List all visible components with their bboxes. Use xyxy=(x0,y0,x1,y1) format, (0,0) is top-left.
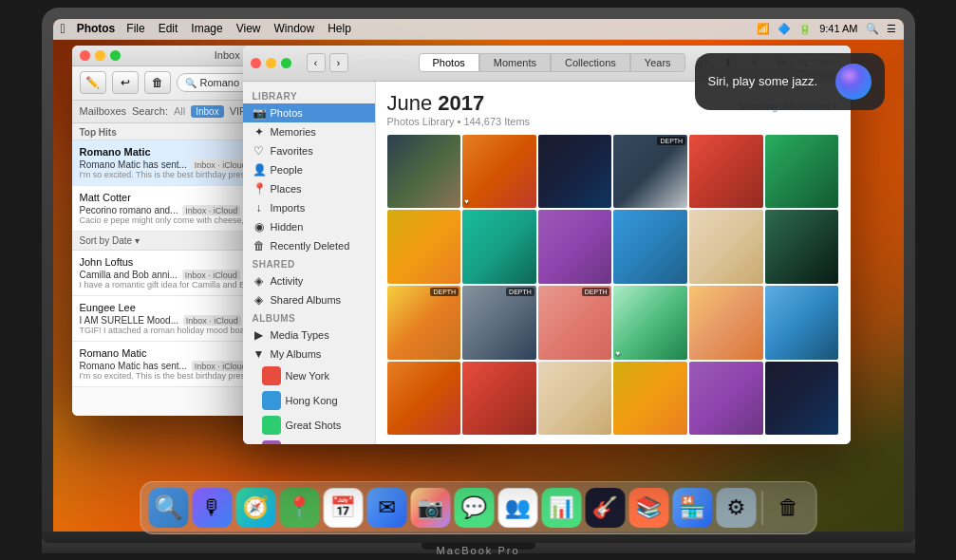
dock-finder[interactable]: 🔍 xyxy=(148,488,188,528)
dock-numbers[interactable]: 📊 xyxy=(541,488,581,528)
maximize-button[interactable] xyxy=(110,50,121,61)
appstore-icon: 🏪 xyxy=(680,495,705,520)
imports-icon: ↓ xyxy=(253,201,266,215)
search-icon[interactable]: 🔍 xyxy=(866,23,879,35)
hidden-icon: ◉ xyxy=(253,220,266,233)
dock-photos[interactable]: 📷 xyxy=(410,488,450,528)
album-dot xyxy=(262,416,281,435)
dock-preferences[interactable]: ⚙ xyxy=(716,488,756,528)
photo-cell[interactable] xyxy=(765,362,839,436)
photo-cell[interactable] xyxy=(689,210,763,284)
photo-cell[interactable]: DEPTH xyxy=(613,135,687,209)
dock-appstore[interactable]: 🏪 xyxy=(672,488,712,528)
photo-cell[interactable]: DEPTH xyxy=(387,286,461,360)
dock-ibooks[interactable]: 📚 xyxy=(628,488,668,528)
chevron-right-icon: ▶ xyxy=(253,328,266,342)
badge: Inbox · iCloud xyxy=(182,205,240,215)
dock-safari[interactable]: 🧭 xyxy=(235,488,275,528)
photo-cell[interactable] xyxy=(689,135,763,209)
tab-moments[interactable]: Moments xyxy=(479,53,551,72)
compose-button[interactable]: ✏️ xyxy=(80,71,106,94)
delete-button[interactable]: 🗑 xyxy=(144,71,171,94)
photo-cell[interactable] xyxy=(387,210,461,284)
minimize-button[interactable] xyxy=(95,50,105,61)
sidebar-item-shared-albums[interactable]: ◈ Shared Albums xyxy=(243,290,375,309)
menu-image[interactable]: Image xyxy=(191,22,222,35)
calendar-icon: 📅 xyxy=(330,495,356,520)
photo-cell[interactable] xyxy=(387,135,461,209)
photo-cell[interactable] xyxy=(613,210,687,284)
sidebar-imports-label: Imports xyxy=(271,202,306,214)
tab-photos[interactable]: Photos xyxy=(419,53,479,72)
dock-messages[interactable]: 💬 xyxy=(454,488,494,528)
sidebar-item-hidden[interactable]: ◉ Hidden xyxy=(243,217,375,236)
photo-cell[interactable] xyxy=(538,135,612,209)
menubar-right: 📶 🔷 🔋 9:41 AM 🔍 ☰ xyxy=(757,23,895,35)
album-dot xyxy=(262,440,281,444)
sidebar-item-favorites[interactable]: ♡ Favorites xyxy=(243,141,375,160)
menu-file[interactable]: File xyxy=(126,22,144,35)
reply-button[interactable]: ↩ xyxy=(112,71,139,94)
dock-calendar[interactable]: 📅 xyxy=(323,488,363,528)
apple-menu[interactable]:  xyxy=(61,21,66,36)
sidebar-item-media-types[interactable]: ▶ Media Types xyxy=(243,326,375,345)
photo-cell[interactable]: ♥ xyxy=(462,135,536,209)
back-button[interactable]: ‹ xyxy=(307,53,326,72)
sidebar-item-new-york[interactable]: New York xyxy=(243,364,375,388)
all-filter[interactable]: All xyxy=(174,105,185,117)
photo-cell[interactable] xyxy=(462,362,536,436)
photo-cell[interactable] xyxy=(462,210,536,284)
sidebar-favorites-label: Favorites xyxy=(271,145,313,157)
dock-maps[interactable]: 📍 xyxy=(279,488,319,528)
photo-cell[interactable] xyxy=(538,362,612,436)
photos-close-button[interactable] xyxy=(251,58,261,68)
sidebar-item-imports[interactable]: ↓ Imports xyxy=(243,198,375,217)
activity-icon: ◈ xyxy=(253,274,266,288)
photo-cell[interactable] xyxy=(689,286,763,360)
photo-cell[interactable] xyxy=(613,362,687,436)
photo-cell[interactable]: DEPTH xyxy=(462,286,536,360)
dock-separator xyxy=(761,491,762,525)
close-button[interactable] xyxy=(80,50,90,61)
sidebar-item-memories[interactable]: ✦ Memories xyxy=(243,122,375,141)
sidebar-item-photos[interactable]: 📷 Photos xyxy=(243,103,375,122)
inbox-filter[interactable]: Inbox xyxy=(191,105,223,118)
sidebar-item-recently-deleted[interactable]: 🗑 Recently Deleted xyxy=(243,236,375,255)
sidebar-item-people[interactable]: 👤 People xyxy=(243,160,375,179)
dock-contacts[interactable]: 👥 xyxy=(497,488,537,528)
dock-mail[interactable]: ✉ xyxy=(366,488,406,528)
sidebar-item-edit-examples[interactable]: Edit Examples xyxy=(243,438,375,444)
menu-view[interactable]: View xyxy=(236,22,261,35)
sidebar-item-hong-kong[interactable]: Hong Kong xyxy=(243,388,375,413)
photo-cell[interactable] xyxy=(765,286,839,360)
finder-icon: 🔍 xyxy=(154,495,182,521)
list-icon[interactable]: ☰ xyxy=(887,23,896,35)
sidebar-item-activity[interactable]: ◈ Activity xyxy=(243,271,375,290)
tab-years[interactable]: Years xyxy=(630,53,685,72)
photos-maximize-button[interactable] xyxy=(281,58,291,68)
dock-trash[interactable]: 🗑 xyxy=(768,488,808,528)
photo-cell[interactable] xyxy=(689,362,763,436)
photos-minimize-button[interactable] xyxy=(266,58,276,68)
photo-cell[interactable]: ♥ xyxy=(613,286,687,360)
forward-button[interactable]: › xyxy=(329,53,348,72)
sidebar-item-places[interactable]: 📍 Places xyxy=(243,179,375,198)
sidebar-item-my-albums[interactable]: ▼ My Albums xyxy=(243,345,375,364)
dock-siri[interactable]: 🎙 xyxy=(192,488,232,528)
photo-cell[interactable] xyxy=(765,210,839,284)
desktop:  Photos File Edit Image View Window Hel… xyxy=(53,19,904,538)
tab-collections[interactable]: Collections xyxy=(551,53,630,72)
sidebar-activity-label: Activity xyxy=(271,275,304,287)
sort-label[interactable]: Sort by Date ▾ xyxy=(80,235,140,246)
menu-help[interactable]: Help xyxy=(328,22,351,35)
photo-cell[interactable] xyxy=(538,210,612,284)
photos-nav-tabs: Photos Moments Collections Years xyxy=(419,53,685,72)
photo-cell[interactable]: DEPTH xyxy=(538,286,612,360)
photo-cell[interactable] xyxy=(765,135,839,209)
sidebar-photos-label: Photos xyxy=(271,107,303,119)
sidebar-item-great-shots[interactable]: Great Shots xyxy=(243,413,375,438)
photo-cell[interactable] xyxy=(387,362,461,436)
dock-garageband[interactable]: 🎸 xyxy=(585,488,625,528)
menu-edit[interactable]: Edit xyxy=(159,22,178,35)
menu-window[interactable]: Window xyxy=(273,22,314,35)
